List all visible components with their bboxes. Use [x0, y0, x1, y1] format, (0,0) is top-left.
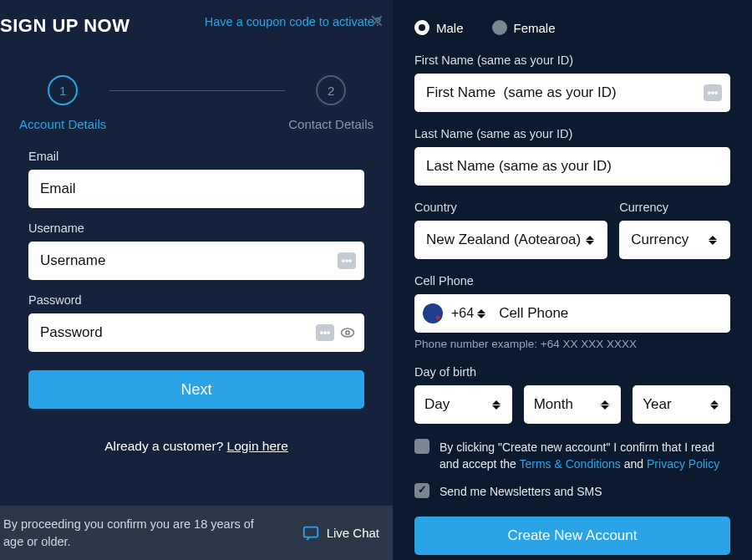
step-account-details[interactable]: 1 Account Details [19, 75, 106, 131]
step-connector [109, 90, 285, 91]
already-customer-text: Already a customer? [104, 439, 226, 453]
gender-radio-male[interactable]: Male [414, 20, 464, 35]
select-value: Currency [631, 232, 694, 248]
email-label: Email [28, 150, 364, 163]
dots-icon[interactable]: ••• [704, 84, 722, 101]
phone-example-text: Phone number example: +64 XX XXX XXXX [414, 338, 730, 350]
dob-label: Day of birth [414, 365, 730, 379]
username-label: Username [28, 221, 364, 235]
step-label: Account Details [19, 117, 106, 131]
radio-label: Male [436, 21, 464, 35]
email-input[interactable] [28, 170, 364, 208]
step-label: Contact Details [288, 117, 373, 131]
privacy-link[interactable]: Privacy Policy [647, 457, 719, 471]
step-contact-details[interactable]: 2 Contact Details [288, 75, 373, 131]
newsletter-checkbox[interactable] [414, 483, 429, 498]
radio-icon [492, 20, 507, 35]
age-disclaimer: By proceeding you confirm you are 18 yea… [3, 516, 254, 550]
coupon-link[interactable]: Have a coupon code to activate? [205, 15, 381, 28]
cellphone-label: Cell Phone [414, 274, 730, 288]
country-label: Country [414, 201, 607, 214]
svg-rect-2 [303, 527, 318, 537]
svg-point-1 [346, 331, 349, 334]
next-button[interactable]: Next [28, 370, 364, 409]
password-input[interactable] [28, 313, 364, 352]
dots-icon[interactable]: ••• [338, 252, 356, 269]
username-input[interactable] [28, 242, 364, 280]
newsletter-label: Send me Newsletters and SMS [440, 483, 602, 500]
dots-icon[interactable]: ••• [316, 324, 334, 341]
password-label: Password [28, 293, 364, 307]
terms-checkbox[interactable] [414, 439, 429, 454]
progress-stepper: 1 Account Details 2 Contact Details [0, 75, 393, 131]
terms-text: By clicking "Create new account" I confi… [440, 439, 730, 473]
dob-day-select[interactable]: Day [414, 385, 512, 424]
currency-select[interactable]: Currency [619, 221, 730, 259]
login-link[interactable]: Login here [227, 439, 288, 453]
gender-radio-female[interactable]: Female [492, 20, 556, 35]
select-value: Day [424, 396, 450, 413]
last-name-label: Last Name (same as your ID) [414, 127, 730, 140]
page-title: SIGN UP NOW [0, 15, 130, 37]
select-value: New Zealand (Aotearoa) [426, 232, 586, 248]
live-chat-button[interactable]: Live Chat [302, 524, 379, 542]
first-name-input[interactable] [414, 74, 730, 112]
radio-icon [414, 20, 429, 35]
dropdown-caret-icon [477, 309, 487, 318]
dial-code-select[interactable]: +64 [443, 306, 495, 321]
live-chat-label: Live Chat [327, 526, 379, 540]
chat-icon [302, 524, 320, 542]
close-icon[interactable] [368, 12, 386, 30]
signup-step2-panel: Male Female First Name (same as your ID)… [393, 0, 752, 560]
select-value: Year [643, 396, 671, 413]
select-value: Month [534, 396, 573, 413]
step-number: 2 [316, 75, 346, 105]
currency-label: Currency [619, 201, 730, 214]
last-name-input[interactable] [414, 147, 730, 186]
dropdown-caret-icon [709, 236, 719, 245]
radio-label: Female [514, 21, 556, 35]
dropdown-caret-icon [586, 236, 596, 245]
show-password-icon[interactable] [339, 324, 356, 341]
dob-month-select[interactable]: Month [524, 385, 622, 424]
country-flag-icon[interactable] [423, 303, 443, 323]
step-number: 1 [48, 75, 78, 105]
country-select[interactable]: New Zealand (Aotearoa) [414, 221, 607, 259]
first-name-label: First Name (same as your ID) [414, 53, 730, 67]
terms-link[interactable]: Terms & Conditions [519, 457, 620, 471]
signup-step1-panel: SIGN UP NOW Have a coupon code to activa… [0, 0, 393, 560]
dropdown-caret-icon [492, 400, 502, 410]
dropdown-caret-icon [710, 400, 720, 410]
dob-year-select[interactable]: Year [633, 385, 730, 424]
create-account-button[interactable]: Create New Account [414, 517, 730, 555]
svg-point-0 [342, 328, 354, 337]
dropdown-caret-icon [601, 400, 611, 410]
cellphone-input[interactable] [495, 294, 730, 333]
dial-code-value: +64 [451, 306, 474, 321]
